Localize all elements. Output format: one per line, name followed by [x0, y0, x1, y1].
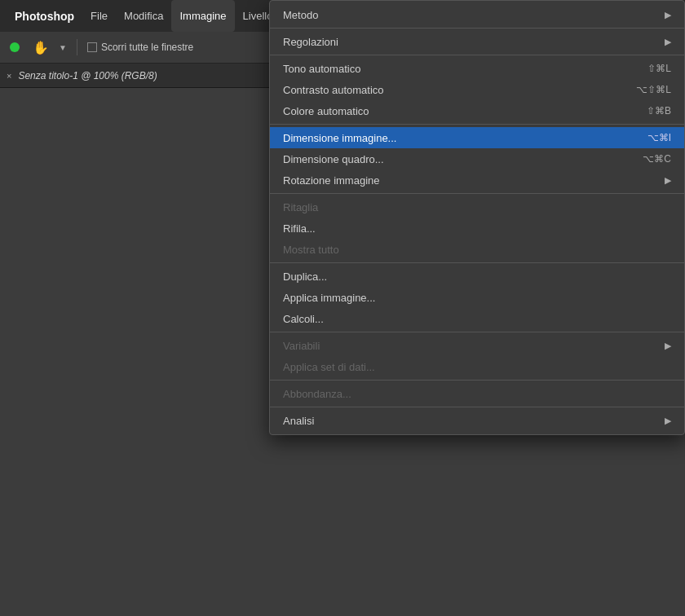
immagine-menu: Metodo ▶ Regolazioni ▶ Tono automatico ⇧… [269, 0, 685, 435]
menu-item-calcoli[interactable]: Calcoli... [270, 308, 684, 329]
menu-item-abbondanza: Abbondanza... [270, 383, 684, 404]
menu-item-analisi-label: Analisi [283, 415, 665, 427]
separator-4 [270, 193, 684, 194]
menu-item-rotazione-arrow: ▶ [665, 175, 671, 186]
menu-item-rifila-label: Rifila... [283, 222, 671, 235]
separator-2 [270, 55, 684, 55]
menu-item-colore-automatico-shortcut: ⇧⌘B [647, 105, 671, 117]
menu-item-calcoli-label: Calcoli... [283, 313, 671, 325]
menu-item-contrasto-automatico-shortcut: ⌥⇧⌘L [636, 84, 671, 95]
menu-item-contrasto-automatico[interactable]: Contrasto automatico ⌥⇧⌘L [270, 79, 684, 100]
menu-item-variabili-arrow: ▶ [665, 341, 671, 351]
menu-item-regolazioni-arrow: ▶ [665, 37, 671, 47]
menu-item-regolazioni-label: Regolazioni [283, 36, 665, 48]
menu-item-rotazione-immagine[interactable]: Rotazione immagine ▶ [270, 169, 684, 191]
separator-5 [270, 262, 684, 263]
menu-item-tono-automatico[interactable]: Tono automatico ⇧⌘L [270, 58, 684, 79]
menu-item-dimensione-quadro-shortcut: ⌥⌘C [643, 153, 671, 165]
menu-item-colore-automatico[interactable]: Colore automatico ⇧⌘B [270, 100, 684, 121]
menu-item-analisi-arrow: ▶ [665, 416, 671, 426]
separator-3 [270, 124, 684, 125]
menu-item-regolazioni[interactable]: Regolazioni ▶ [270, 31, 684, 52]
menu-item-metodo[interactable]: Metodo ▶ [270, 4, 684, 25]
menu-item-rotazione-immagine-label: Rotazione immagine [283, 174, 665, 187]
menu-item-colore-automatico-label: Colore automatico [283, 105, 614, 117]
menu-item-applica-set-dati: Applica set di dati... [270, 356, 684, 377]
separator-1 [270, 28, 684, 29]
separator-6 [270, 332, 684, 332]
menu-item-ritaglia-label: Ritaglia [283, 201, 671, 213]
menu-item-mostra-tutto: Mostra tutto [270, 239, 684, 260]
dropdown-overlay[interactable]: Metodo ▶ Regolazioni ▶ Tono automatico ⇧… [0, 0, 685, 616]
menu-item-variabili: Variabili ▶ [270, 335, 684, 356]
menu-item-dimensione-immagine-shortcut: ⌥⌘I [647, 132, 671, 143]
menu-item-duplica[interactable]: Duplica... [270, 266, 684, 287]
menu-item-applica-set-dati-label: Applica set di dati... [283, 361, 671, 373]
menu-item-applica-immagine[interactable]: Applica immagine... [270, 287, 684, 308]
menu-item-tono-automatico-label: Tono automatico [283, 63, 615, 75]
menu-item-duplica-label: Duplica... [283, 271, 671, 283]
menu-item-metodo-arrow: ▶ [665, 10, 671, 20]
separator-7 [270, 380, 684, 381]
menu-item-dimensione-immagine-label: Dimensione immagine... [283, 132, 615, 144]
menu-item-dimensione-immagine[interactable]: Dimensione immagine... ⌥⌘I [270, 127, 684, 148]
menu-item-abbondanza-label: Abbondanza... [283, 388, 671, 400]
menu-item-ritaglia: Ritaglia [270, 196, 684, 218]
menu-item-applica-immagine-label: Applica immagine... [283, 292, 671, 304]
menu-item-metodo-label: Metodo [283, 9, 665, 21]
menu-item-rifila[interactable]: Rifila... [270, 218, 684, 239]
menu-item-dimensione-quadro-label: Dimensione quadro... [283, 153, 610, 165]
menu-item-mostra-tutto-label: Mostra tutto [283, 244, 671, 256]
separator-8 [270, 407, 684, 407]
menu-item-variabili-label: Variabili [283, 340, 665, 352]
menu-item-tono-automatico-shortcut: ⇧⌘L [647, 63, 671, 74]
menu-item-analisi[interactable]: Analisi ▶ [270, 410, 684, 431]
menu-item-dimensione-quadro[interactable]: Dimensione quadro... ⌥⌘C [270, 148, 684, 169]
menu-item-contrasto-automatico-label: Contrasto automatico [283, 84, 603, 96]
